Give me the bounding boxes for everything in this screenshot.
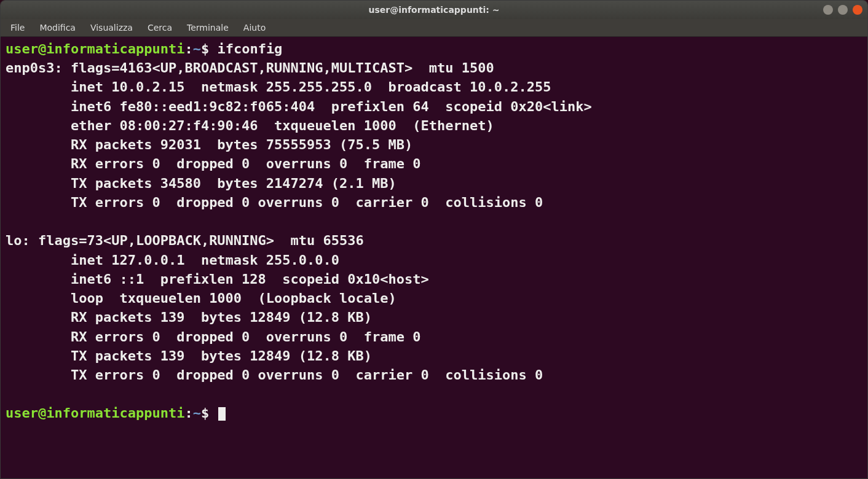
maximize-icon[interactable] xyxy=(838,5,848,15)
menu-cerca[interactable]: Cerca xyxy=(141,20,178,35)
output-line: inet 10.0.2.15 netmask 255.255.255.0 bro… xyxy=(6,79,551,95)
minimize-icon[interactable] xyxy=(823,5,833,15)
output-line: RX packets 139 bytes 12849 (12.8 KB) xyxy=(6,310,372,325)
cursor-block xyxy=(218,407,226,421)
prompt-userhost: user@informaticappunti xyxy=(6,405,184,421)
output-line: TX packets 34580 bytes 2147274 (2.1 MB) xyxy=(6,176,397,191)
output-line: loop txqueuelen 1000 (Loopback locale) xyxy=(6,290,397,306)
output-line: lo: flags=73<UP,LOOPBACK,RUNNING> mtu 65… xyxy=(6,233,364,248)
command-text: ifconfig xyxy=(217,41,282,56)
terminal-viewport[interactable]: user@informaticappunti:~$ ifconfig enp0s… xyxy=(1,37,867,478)
prompt-dollar: $ xyxy=(201,405,218,421)
menu-terminale[interactable]: Terminale xyxy=(181,20,235,35)
output-line: RX errors 0 dropped 0 overruns 0 frame 0 xyxy=(6,329,421,345)
close-icon[interactable] xyxy=(853,5,862,15)
output-line: RX errors 0 dropped 0 overruns 0 frame 0 xyxy=(6,156,421,171)
menu-visualizza[interactable]: Visualizza xyxy=(84,20,139,35)
titlebar[interactable]: user@informaticappunti: ~ xyxy=(1,1,867,19)
window-title: user@informaticappunti: ~ xyxy=(368,5,499,15)
window-controls xyxy=(823,5,862,15)
prompt-colon: : xyxy=(184,41,192,56)
output-line: inet6 ::1 prefixlen 128 scopeid 0x10<hos… xyxy=(6,271,429,287)
output-line: RX packets 92031 bytes 75555953 (75.5 MB… xyxy=(6,137,412,152)
output-line: ether 08:00:27:f4:90:46 txqueuelen 1000 … xyxy=(6,118,494,133)
menubar: File Modifica Visualizza Cerca Terminale… xyxy=(1,19,867,37)
prompt-userhost: user@informaticappunti xyxy=(6,41,184,56)
output-line: TX errors 0 dropped 0 overruns 0 carrier… xyxy=(6,195,543,210)
prompt-colon: : xyxy=(184,405,192,421)
prompt-path: ~ xyxy=(193,405,201,421)
terminal-window: user@informaticappunti: ~ File Modifica … xyxy=(0,0,868,479)
prompt-dollar: $ xyxy=(201,41,218,56)
menu-file[interactable]: File xyxy=(4,20,31,35)
output-line: TX packets 139 bytes 12849 (12.8 KB) xyxy=(6,348,372,364)
output-line: TX errors 0 dropped 0 overruns 0 carrier… xyxy=(6,367,543,383)
menu-modifica[interactable]: Modifica xyxy=(33,20,82,35)
output-line: inet6 fe80::eed1:9c82:f065:404 prefixlen… xyxy=(6,99,592,114)
output-line: enp0s3: flags=4163<UP,BROADCAST,RUNNING,… xyxy=(6,60,494,76)
output-line: inet 127.0.0.1 netmask 255.0.0.0 xyxy=(6,252,339,268)
prompt-path: ~ xyxy=(193,41,201,56)
menu-aiuto[interactable]: Aiuto xyxy=(237,20,272,35)
